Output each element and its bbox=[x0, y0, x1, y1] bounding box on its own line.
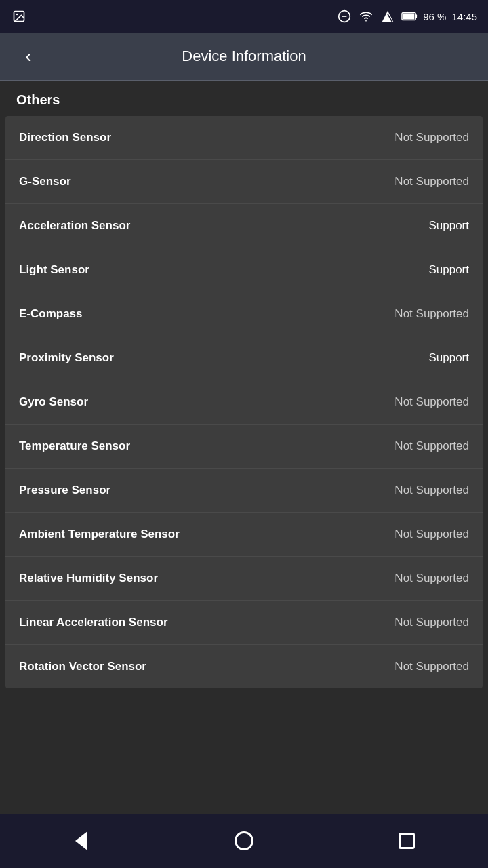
app-bar: ‹ Device Information bbox=[0, 33, 488, 81]
sensor-name: Acceleration Sensor bbox=[19, 219, 130, 233]
sensor-value: Support bbox=[428, 351, 469, 365]
sensor-value: Not Supported bbox=[394, 175, 469, 189]
sensor-name: Ambient Temperature Sensor bbox=[19, 528, 180, 541]
sensor-name: Gyro Sensor bbox=[19, 395, 88, 409]
sensor-row: Temperature SensorNot Supported bbox=[5, 425, 483, 469]
sensor-value: Not Supported bbox=[394, 439, 469, 453]
sensor-value: Not Supported bbox=[394, 395, 469, 409]
sensor-name: Direction Sensor bbox=[19, 131, 111, 144]
clock: 14:45 bbox=[451, 11, 477, 22]
battery-icon bbox=[401, 8, 418, 24]
wifi-icon bbox=[358, 8, 374, 24]
sensor-name: Proximity Sensor bbox=[19, 351, 114, 365]
sensor-name: Temperature Sensor bbox=[19, 439, 130, 453]
back-nav-icon bbox=[75, 831, 87, 850]
signal-icon bbox=[380, 8, 396, 24]
sensor-row: G-SensorNot Supported bbox=[5, 160, 483, 204]
sensor-name: Linear Acceleration Sensor bbox=[19, 616, 168, 629]
sensor-list: Direction SensorNot SupportedG-SensorNot… bbox=[5, 116, 483, 688]
back-nav-button[interactable] bbox=[61, 821, 102, 861]
sensor-value: Not Supported bbox=[394, 660, 469, 673]
do-not-disturb-icon bbox=[336, 8, 352, 24]
sensor-value: Support bbox=[428, 263, 469, 277]
sensor-row: Gyro SensorNot Supported bbox=[5, 380, 483, 425]
sensor-name: Light Sensor bbox=[19, 263, 89, 277]
recents-nav-button[interactable] bbox=[386, 821, 427, 861]
image-icon bbox=[11, 8, 27, 24]
sensor-row: Ambient Temperature SensorNot Supported bbox=[5, 513, 483, 557]
sensor-row: Proximity SensorSupport bbox=[5, 336, 483, 380]
sensor-row: Light SensorSupport bbox=[5, 248, 483, 292]
back-button[interactable]: ‹ bbox=[14, 41, 43, 71]
home-nav-button[interactable] bbox=[224, 821, 264, 861]
sensor-row: Direction SensorNot Supported bbox=[5, 116, 483, 160]
back-icon: ‹ bbox=[25, 47, 31, 66]
battery-percentage: 96 % bbox=[423, 11, 446, 22]
sensor-row: Linear Acceleration SensorNot Supported bbox=[5, 601, 483, 645]
sensor-value: Not Supported bbox=[394, 307, 469, 321]
recents-nav-icon bbox=[399, 833, 415, 849]
sensor-name: E-Compass bbox=[19, 307, 83, 321]
bottom-nav bbox=[0, 814, 488, 868]
svg-rect-9 bbox=[403, 13, 415, 19]
section-header: Others bbox=[0, 81, 488, 116]
sensor-name: Pressure Sensor bbox=[19, 484, 110, 497]
sensor-row: E-CompassNot Supported bbox=[5, 292, 483, 336]
sensor-row: Rotation Vector SensorNot Supported bbox=[5, 645, 483, 688]
scroll-area: Direction SensorNot SupportedG-SensorNot… bbox=[0, 116, 488, 814]
status-bar: 96 % 14:45 bbox=[0, 0, 488, 33]
svg-rect-8 bbox=[415, 14, 417, 18]
sensor-value: Not Supported bbox=[394, 528, 469, 541]
sensor-value: Not Supported bbox=[394, 484, 469, 497]
svg-point-4 bbox=[365, 20, 367, 22]
sensor-row: Acceleration SensorSupport bbox=[5, 204, 483, 248]
sensor-value: Not Supported bbox=[394, 616, 469, 629]
home-nav-icon bbox=[235, 831, 253, 850]
sensor-value: Not Supported bbox=[394, 131, 469, 144]
app-bar-title: Device Information bbox=[43, 47, 445, 65]
sensor-name: Rotation Vector Sensor bbox=[19, 660, 146, 673]
sensor-value: Not Supported bbox=[394, 572, 469, 585]
status-bar-left bbox=[11, 8, 27, 24]
svg-point-1 bbox=[16, 14, 18, 15]
sensor-row: Pressure SensorNot Supported bbox=[5, 469, 483, 513]
sensor-name: Relative Humidity Sensor bbox=[19, 572, 158, 585]
sensor-name: G-Sensor bbox=[19, 175, 71, 189]
sensor-row: Relative Humidity SensorNot Supported bbox=[5, 557, 483, 601]
sensor-value: Support bbox=[428, 219, 469, 233]
